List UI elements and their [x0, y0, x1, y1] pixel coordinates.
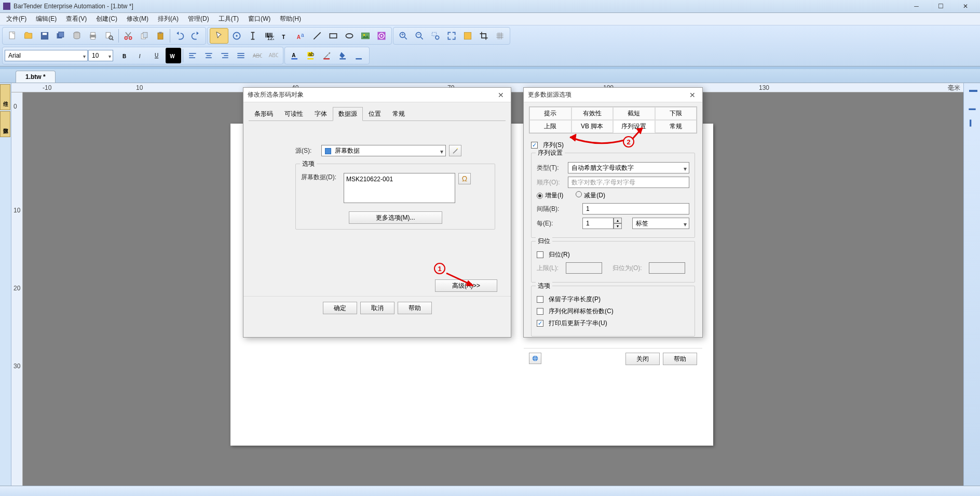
database-icon[interactable]	[69, 28, 85, 44]
tab-data-source[interactable]: 数据源	[333, 107, 363, 121]
tab-upper[interactable]: 上限	[529, 120, 571, 133]
type-select[interactable]: 自动希腊文字母或数字	[568, 162, 689, 173]
paste-icon[interactable]	[153, 28, 168, 44]
undo-icon[interactable]	[172, 28, 187, 44]
globe-help-icon[interactable]	[529, 353, 541, 364]
text-cursor-icon[interactable]	[245, 28, 261, 44]
rect-icon[interactable]	[325, 28, 341, 44]
tab-validation[interactable]: 有效性	[571, 107, 614, 120]
tab-lower[interactable]: 下限	[655, 107, 697, 120]
sequence-checkbox[interactable]	[531, 142, 538, 149]
italic-icon[interactable]: I	[133, 48, 149, 63]
line-icon[interactable]	[309, 28, 325, 44]
document-tab[interactable]: 1.btw *	[16, 71, 56, 83]
tab-truncate[interactable]: 截短	[613, 107, 655, 120]
menu-file[interactable]: 文件(F)	[2, 14, 31, 24]
tab-general[interactable]: 常规	[387, 107, 411, 121]
preserve-len-checkbox[interactable]	[537, 296, 543, 303]
every-spinner[interactable]: 1 ▲▼	[582, 218, 622, 229]
crop-icon[interactable]	[476, 28, 492, 44]
source-select[interactable]: 屏幕数据	[321, 145, 446, 156]
underline-icon[interactable]: U	[149, 48, 165, 63]
decrement-radio[interactable]	[576, 191, 582, 197]
help-button[interactable]: 帮助	[398, 302, 432, 314]
ok-button[interactable]: 确定	[323, 302, 357, 314]
align-tool-icon[interactable]	[965, 85, 979, 99]
more-options-button[interactable]: 更多选项(M)...	[349, 211, 442, 224]
redo-icon[interactable]	[188, 28, 203, 44]
cut-icon[interactable]	[120, 28, 136, 44]
dialog1-title-bar[interactable]: 修改所选条形码对象 ✕	[243, 88, 511, 102]
zoom-in-icon[interactable]: +	[396, 28, 411, 44]
save-all-icon[interactable]	[53, 28, 69, 44]
decrement-radio-row[interactable]: 减量(D)	[576, 191, 605, 200]
menu-help[interactable]: 帮助(H)	[276, 14, 305, 24]
cancel-button[interactable]: 取消	[360, 302, 394, 314]
align-left-icon[interactable]	[185, 48, 200, 63]
reset-checkbox[interactable]	[537, 251, 543, 258]
maximize-button[interactable]: ☐	[929, 1, 952, 11]
increment-radio[interactable]	[537, 193, 543, 199]
align-right-icon[interactable]	[217, 48, 233, 63]
align-center-icon[interactable]	[201, 48, 216, 63]
preserve-len-row[interactable]: 保留子字串长度(P)	[537, 295, 689, 304]
update-after-print-checkbox[interactable]	[537, 320, 543, 327]
menu-view[interactable]: 查看(V)	[62, 14, 91, 24]
screen-data-input[interactable]	[344, 173, 455, 203]
dialog1-close-icon[interactable]: ✕	[495, 89, 507, 101]
fit-icon[interactable]	[444, 28, 459, 44]
pointer-icon[interactable]	[210, 28, 228, 44]
eyedropper-icon[interactable]	[319, 48, 335, 63]
tab-font[interactable]: 字体	[309, 107, 333, 121]
close-button[interactable]: 关闭	[625, 353, 660, 365]
inverse-icon[interactable]: W	[166, 48, 181, 63]
menu-modify[interactable]: 修改(M)	[122, 14, 153, 24]
fill-hatch-icon[interactable]	[351, 48, 367, 63]
menu-create[interactable]: 创建(C)	[92, 14, 121, 24]
spin-up-icon[interactable]: ▲	[614, 218, 622, 223]
close-button[interactable]: ✕	[954, 1, 977, 11]
dialog2-title-bar[interactable]: 更多数据源选项 ✕	[524, 88, 702, 102]
zoom-out-icon[interactable]: −	[412, 28, 427, 44]
align-tool2-icon[interactable]	[965, 101, 979, 114]
tab-readability[interactable]: 可读性	[279, 107, 309, 121]
copy-icon[interactable]	[137, 28, 152, 44]
print-icon[interactable]	[85, 28, 101, 44]
sidebar-components[interactable]: 组件	[0, 84, 10, 110]
help-button-2[interactable]: 帮助	[663, 353, 697, 365]
new-icon[interactable]	[5, 28, 20, 44]
reset-checkbox-row[interactable]: 归位(R)	[537, 250, 689, 259]
menu-tools[interactable]: 工具(T)	[214, 14, 243, 24]
spin-down-icon[interactable]: ▼	[614, 223, 622, 229]
zoom-100-icon[interactable]	[460, 28, 475, 44]
font-name-select[interactable]: Arial	[5, 50, 88, 61]
sidebar-data-sources[interactable]: 数据源	[0, 111, 10, 137]
font-color-icon[interactable]: A	[287, 48, 303, 63]
distribute-icon[interactable]	[965, 116, 979, 130]
increment-radio-row[interactable]: 增量(I)	[537, 191, 563, 200]
abc-icon[interactable]: ABC	[265, 48, 281, 63]
menu-arrange[interactable]: 排列(A)	[154, 14, 183, 24]
menu-window[interactable]: 窗口(W)	[244, 14, 275, 24]
tab-general2[interactable]: 常规	[655, 120, 697, 133]
wand-icon[interactable]	[449, 145, 461, 156]
every-unit-select[interactable]: 标签	[632, 218, 689, 229]
bold-icon[interactable]: B	[117, 48, 133, 63]
open-icon[interactable]	[21, 28, 36, 44]
grid-icon[interactable]	[492, 28, 508, 44]
serialize-same-row[interactable]: 序列化同样标签份数(C)	[537, 307, 689, 316]
serialize-same-checkbox[interactable]	[537, 308, 543, 315]
interval-input[interactable]: 1	[582, 203, 689, 215]
text-T-icon[interactable]: T	[277, 28, 293, 44]
font-size-select[interactable]: 10	[88, 50, 113, 61]
rfid-icon[interactable]	[374, 28, 389, 44]
strikethrough-icon[interactable]: ABC	[249, 48, 265, 63]
justify-icon[interactable]	[233, 48, 249, 63]
ellipse-icon[interactable]	[342, 28, 357, 44]
barcode-icon[interactable]: 123	[261, 28, 277, 44]
minimize-button[interactable]: ─	[905, 1, 928, 11]
dialog2-close-icon[interactable]: ✕	[687, 89, 698, 101]
menu-edit[interactable]: 编辑(E)	[32, 14, 61, 24]
save-icon[interactable]	[37, 28, 52, 44]
menu-manage[interactable]: 管理(D)	[184, 14, 213, 24]
